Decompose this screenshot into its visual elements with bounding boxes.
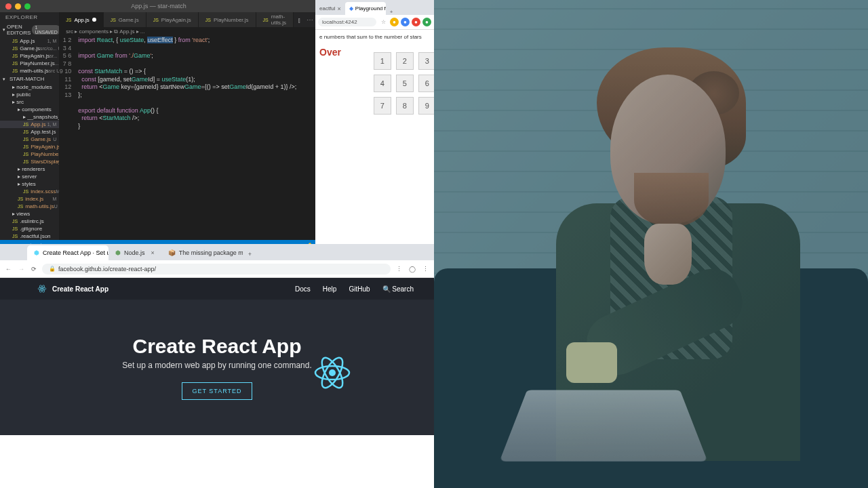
editor-tab[interactable]: JSmath-utils.js: [256, 12, 294, 27]
open-editor-item[interactable]: JSGame.jssrc/co... U: [0, 45, 59, 52]
menu-icon[interactable]: ⋮: [422, 266, 429, 272]
search-input[interactable]: 🔍 Search: [382, 285, 414, 293]
cra-page: Create React App Docs Help GitHub 🔍 Sear…: [0, 278, 434, 488]
number-button[interactable]: 7: [374, 97, 391, 115]
tree-item[interactable]: JS.eslintrc.js: [0, 218, 59, 225]
nav-help[interactable]: Help: [323, 285, 337, 293]
tree-item[interactable]: ▸ src: [0, 98, 59, 106]
forward-icon[interactable]: →: [18, 266, 24, 272]
tree-item[interactable]: ▸ views: [0, 210, 59, 218]
close-icon[interactable]: [5, 3, 12, 9]
get-started-button[interactable]: GET STARTED: [182, 382, 252, 400]
new-tab-button[interactable]: +: [243, 248, 257, 260]
address-bar-row: localhost:4242 ☆ ● ● ● ●: [315, 15, 434, 30]
profile-icon[interactable]: ◯: [409, 266, 416, 272]
tree-item[interactable]: JSPlayAgain.jsU: [0, 143, 59, 150]
open-editor-item[interactable]: JSApp.js1, M: [0, 37, 59, 45]
tree-item[interactable]: JSindex.jsM: [0, 195, 59, 203]
number-button[interactable]: 1: [374, 52, 391, 70]
tree-item[interactable]: JSPlayNumber.jsU: [0, 150, 59, 158]
traffic-lights[interactable]: [5, 3, 31, 9]
address-bar-row: ← → ⟳ 🔒 facebook.github.io/create-react-…: [0, 260, 434, 278]
browser-tab[interactable]: 📦The missing package manager×: [161, 245, 243, 260]
tree-item[interactable]: ▸ node_modules: [0, 83, 59, 91]
content-section: [0, 435, 434, 488]
tree-item[interactable]: JSApp.test.js: [0, 128, 59, 136]
react-logo-icon: [37, 284, 47, 293]
browser-tab[interactable]: ⬢Node.js×: [108, 245, 161, 260]
editor-tab[interactable]: JSApp.js: [59, 12, 103, 27]
number-button[interactable]: 4: [374, 75, 391, 92]
game-page: e numbers that sum to the number of star…: [315, 30, 434, 119]
chrome-window-game: eactful× ◆Playground for Ja× + localhost…: [315, 0, 434, 244]
number-button[interactable]: 5: [396, 75, 414, 92]
tree-item[interactable]: ▸ __snapshots__: [0, 113, 59, 121]
close-icon[interactable]: ×: [338, 5, 341, 12]
code-content[interactable]: import React, { useState, useEffect } fr…: [75, 37, 317, 240]
number-button[interactable]: 6: [418, 75, 434, 92]
editor-tab[interactable]: JSGame.js: [104, 12, 146, 27]
extensions-icon[interactable]: ⋮: [396, 266, 402, 272]
open-editor-item[interactable]: JSPlayNumber.js... U: [0, 60, 59, 67]
editor-tabs: JSApp.jsJSGame.jsJSPlayAgain.jsJSPlayNum…: [59, 12, 317, 27]
browser-tabs: ⬢Create React App · Set up a m× ⬢Node.js…: [0, 244, 434, 260]
brand-title[interactable]: Create React App: [52, 285, 108, 293]
browser-tab[interactable]: ◆Playground for Ja×: [345, 2, 386, 15]
chrome-window-cra: ⬢Create React App · Set up a m× ⬢Node.js…: [0, 244, 434, 488]
editor-tab[interactable]: JSPlayNumber.js: [199, 12, 256, 27]
tree-item[interactable]: ▸ renderers: [0, 165, 59, 173]
tree-item[interactable]: ▸ public: [0, 91, 59, 98]
browser-tabs: eactful× ◆Playground for Ja× +: [315, 0, 434, 15]
project-section[interactable]: STAR-MATCH: [0, 75, 59, 83]
tree-item[interactable]: JSmath-utils.jsU: [0, 203, 59, 210]
game-hint: e numbers that sum to the number of star…: [319, 34, 430, 40]
more-icon[interactable]: ⋯: [307, 16, 313, 24]
close-icon[interactable]: ×: [151, 249, 155, 256]
tree-item[interactable]: JSApp.js1, M: [0, 121, 59, 128]
breadcrumb[interactable]: src ▸ components ▸ ⧉ App.js ▸ ...: [59, 27, 317, 37]
open-editor-item[interactable]: JSPlayAgain.jssr... U: [0, 52, 59, 60]
tree-item[interactable]: JSindex.scssM: [0, 188, 59, 195]
react-logo-icon: [312, 352, 353, 393]
split-icon[interactable]: ⫿: [298, 16, 301, 24]
extension-icon[interactable]: ●: [390, 18, 399, 26]
line-gutter: 1 2 3 4 5 6 7 8 9 10 11 12 13: [59, 37, 75, 240]
number-button[interactable]: 8: [396, 97, 414, 115]
new-tab-button[interactable]: +: [386, 9, 397, 15]
number-button[interactable]: 9: [418, 97, 434, 115]
editor-tab[interactable]: JSPlayAgain.js: [146, 12, 199, 27]
cra-nav-bar: Create React App Docs Help GitHub 🔍 Sear…: [0, 278, 434, 300]
maximize-icon[interactable]: [24, 3, 31, 9]
code-editor[interactable]: 1 2 3 4 5 6 7 8 9 10 11 12 13 import Rea…: [59, 37, 317, 240]
back-icon[interactable]: ←: [5, 266, 12, 272]
number-button[interactable]: 3: [418, 52, 434, 70]
tree-item[interactable]: ▸ server: [0, 173, 59, 180]
tree-item[interactable]: JS.gitignore: [0, 225, 59, 232]
url-input[interactable]: 🔒 facebook.github.io/create-react-app/: [42, 264, 391, 274]
tree-item[interactable]: ▸ styles: [0, 180, 59, 188]
star-icon[interactable]: ☆: [379, 18, 388, 26]
reload-icon[interactable]: ⟳: [31, 266, 37, 272]
extension-icon[interactable]: ●: [401, 18, 410, 26]
open-editor-item[interactable]: JSmath-utils.jssrc U: [0, 67, 59, 75]
number-grid: 123456789: [374, 52, 434, 115]
url-input[interactable]: localhost:4242: [318, 18, 376, 26]
tree-item[interactable]: JS.reactful.json: [0, 232, 59, 240]
lock-icon: 🔒: [49, 266, 56, 272]
titlebar: App.js — star-match: [0, 0, 317, 12]
extension-icon[interactable]: ●: [422, 18, 431, 26]
editor-area: JSApp.jsJSGame.jsJSPlayAgain.jsJSPlayNum…: [59, 12, 317, 240]
browser-tab[interactable]: ⬢Create React App · Set up a m×: [27, 245, 108, 260]
tree-item[interactable]: JSGame.jsU: [0, 136, 59, 143]
number-button[interactable]: 2: [396, 52, 414, 70]
hero-section: Create React App Set up a modern web app…: [0, 300, 434, 435]
tree-item[interactable]: JSStarsDisplay.jsU: [0, 158, 59, 165]
browser-tab[interactable]: eactful×: [315, 2, 345, 15]
nav-docs[interactable]: Docs: [295, 285, 311, 293]
nav-github[interactable]: GitHub: [349, 285, 370, 293]
open-editors-section[interactable]: OPEN EDITORS 1 UNSAVED: [0, 22, 59, 37]
extension-icon[interactable]: ●: [412, 18, 420, 26]
svg-point-4: [329, 369, 336, 376]
minimize-icon[interactable]: [15, 3, 21, 9]
tree-item[interactable]: ▸ components: [0, 106, 59, 113]
